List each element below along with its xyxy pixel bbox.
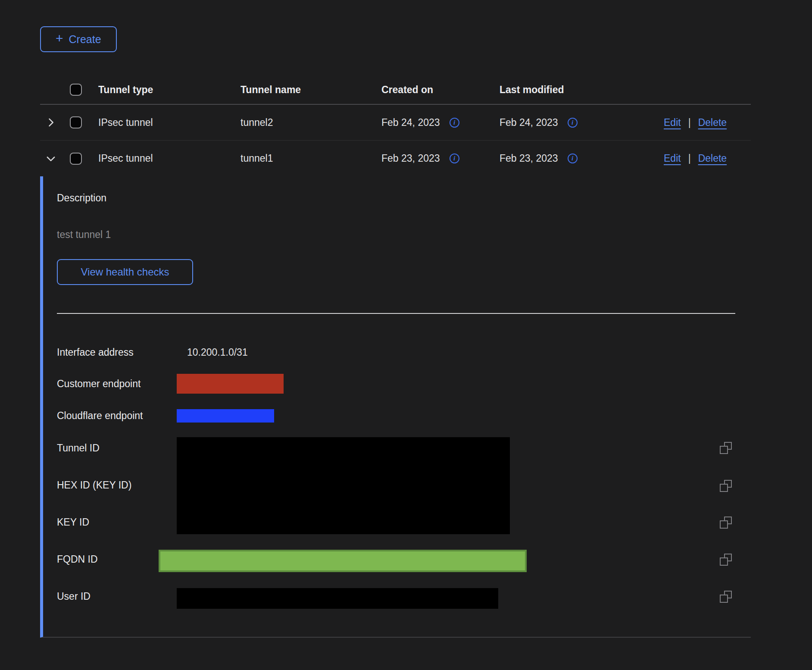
info-icon-glyph: i xyxy=(453,119,455,126)
cell-last-modified: Feb 24, 2023 xyxy=(500,117,558,128)
header-tunnel-type: Tunnel type xyxy=(98,84,240,96)
section-divider xyxy=(57,313,735,314)
plus-icon: + xyxy=(56,32,63,45)
info-icon-glyph: i xyxy=(572,119,573,126)
create-button[interactable]: + Create xyxy=(40,26,117,52)
select-all-checkbox[interactable] xyxy=(70,84,82,96)
header-last-modified: Last modified xyxy=(500,84,664,96)
copy-icon[interactable] xyxy=(720,591,732,603)
cloudflare-endpoint-redaction xyxy=(177,409,274,423)
tunnel-hex-key-id-redaction xyxy=(177,437,510,534)
delete-link[interactable]: Delete xyxy=(698,117,727,128)
user-id-redaction xyxy=(177,588,498,609)
copy-icon-front xyxy=(720,484,728,492)
copy-icon[interactable] xyxy=(720,442,732,454)
expanded-row-panel: Description test tunnel 1 View health ch… xyxy=(40,176,751,638)
copy-icon-front xyxy=(720,557,728,566)
create-button-label: Create xyxy=(69,33,101,46)
copy-icon[interactable] xyxy=(720,517,732,529)
header-tunnel-name: Tunnel name xyxy=(240,84,381,96)
action-separator: | xyxy=(688,153,691,164)
tunnels-page: + Create Tunnel type Tunnel name Created… xyxy=(0,0,812,670)
info-icon[interactable]: i xyxy=(568,118,578,128)
info-icon-glyph: i xyxy=(453,155,455,162)
info-icon-glyph: i xyxy=(572,155,573,162)
copy-icon[interactable] xyxy=(720,480,732,492)
info-icon[interactable]: i xyxy=(568,153,578,163)
customer-endpoint-redaction xyxy=(177,374,284,394)
cell-tunnel-name: tunnel1 xyxy=(240,153,381,164)
action-separator: | xyxy=(688,117,691,128)
tunnels-table: Tunnel type Tunnel name Created on Last … xyxy=(40,75,751,638)
chevron-right-icon[interactable] xyxy=(45,116,57,128)
copy-icon-front xyxy=(720,595,728,603)
header-checkbox-cell xyxy=(58,84,98,96)
table-header-row: Tunnel type Tunnel name Created on Last … xyxy=(40,75,751,105)
chevron-down-icon[interactable] xyxy=(45,153,57,165)
description-label: Description xyxy=(57,192,106,204)
key-id-label: KEY ID xyxy=(57,516,89,529)
delete-link[interactable]: Delete xyxy=(698,153,727,164)
header-created-on: Created on xyxy=(381,84,500,96)
interface-address-label: Interface address xyxy=(57,346,134,359)
info-icon[interactable]: i xyxy=(450,118,459,128)
row-checkbox[interactable] xyxy=(70,116,82,128)
tunnel-id-label: Tunnel ID xyxy=(57,441,100,454)
interface-address-value: 10.200.1.0/31 xyxy=(187,346,248,359)
table-row-tunnel2: IPsec tunnel tunnel2 Feb 24, 2023 i Feb … xyxy=(40,105,751,141)
cell-created-on: Feb 24, 2023 xyxy=(381,117,440,128)
table-row-tunnel1: IPsec tunnel tunnel1 Feb 23, 2023 i Feb … xyxy=(40,141,751,176)
description-value: test tunnel 1 xyxy=(57,229,111,241)
fqdn-id-redaction xyxy=(159,550,527,572)
copy-icon-front xyxy=(720,520,728,529)
cell-created-on: Feb 23, 2023 xyxy=(381,153,440,164)
cloudflare-endpoint-label: Cloudflare endpoint xyxy=(57,409,143,422)
edit-link[interactable]: Edit xyxy=(664,117,681,128)
user-id-label: User ID xyxy=(57,590,91,603)
copy-icon-front xyxy=(720,446,728,454)
cell-tunnel-type: IPsec tunnel xyxy=(98,117,240,128)
cell-tunnel-name: tunnel2 xyxy=(240,117,381,128)
hex-id-label: HEX ID (KEY ID) xyxy=(57,479,131,492)
info-icon[interactable]: i xyxy=(450,153,459,163)
customer-endpoint-label: Customer endpoint xyxy=(57,377,141,390)
cell-last-modified: Feb 23, 2023 xyxy=(500,153,558,164)
cell-tunnel-type: IPsec tunnel xyxy=(98,153,240,164)
fqdn-id-label: FQDN ID xyxy=(57,553,98,566)
edit-link[interactable]: Edit xyxy=(664,153,681,164)
copy-icon[interactable] xyxy=(720,554,732,566)
row-checkbox[interactable] xyxy=(70,153,82,165)
view-health-checks-button[interactable]: View health checks xyxy=(57,259,193,285)
